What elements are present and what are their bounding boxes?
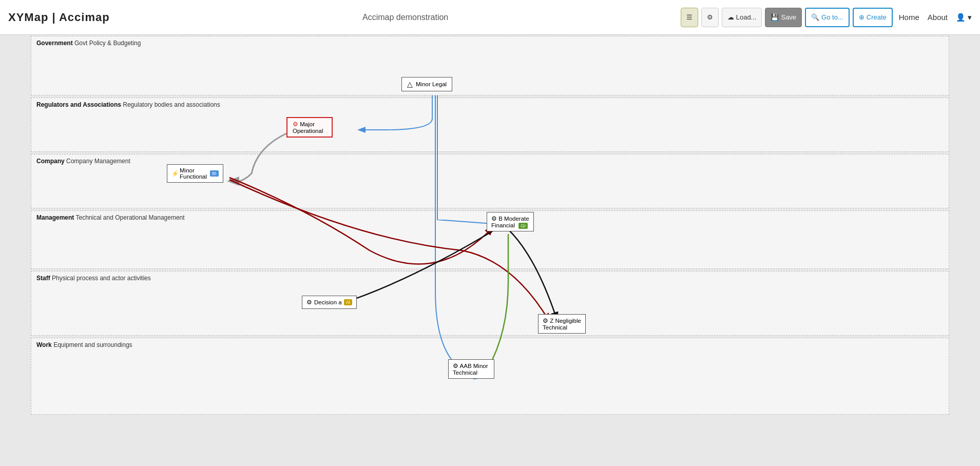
band-work-desc: Equipment and surroundings <box>53 341 132 348</box>
node-decision-a-label: Decision a <box>314 299 342 305</box>
band-staff-desc: Physical process and actor activities <box>52 275 151 282</box>
band-company-label: Company <box>36 158 65 165</box>
chevron-down-icon: ▾ <box>968 13 972 22</box>
node-minor-legal[interactable]: △ Minor Legal <box>401 77 452 91</box>
node-b-moderate-financial[interactable]: ⚙ B ModerateFinancial Gr <box>487 212 534 231</box>
band-management-label: Management <box>36 214 74 221</box>
band-company-desc: Company Management <box>66 158 130 165</box>
node-major-operational[interactable]: ⚙ MajorOperational <box>286 117 333 138</box>
goto-button[interactable]: 🔍 Go to... <box>805 8 850 27</box>
save-button[interactable]: 💾 Save <box>765 8 802 27</box>
gear-icon: ⚙ <box>707 13 713 21</box>
diamond-icon: ⚙ <box>306 299 312 306</box>
triangle-icon: △ <box>407 80 413 88</box>
shield3-icon: ⚙ <box>453 363 458 369</box>
about-link[interactable]: About <box>928 13 948 22</box>
band-government-label: Government <box>36 40 73 47</box>
user-icon: 👤 <box>956 13 966 22</box>
search-icon: 🔍 <box>811 13 819 21</box>
node-minor-functional[interactable]: ⚡ MinorFunctional Bt <box>167 164 223 183</box>
band-work-label: Work <box>36 341 52 348</box>
node-z-negligible-technical[interactable]: ⚙ Z NegligibleTechnical <box>538 314 586 334</box>
list-button[interactable]: ☰ <box>681 8 698 27</box>
toolbar: ☰ ⚙ ☁ Load... 💾 Save 🔍 Go to... ⊕ Create <box>681 8 893 27</box>
settings-button[interactable]: ⚙ <box>701 8 719 27</box>
nav-links: Home About 👤 ▾ <box>899 13 972 22</box>
lightning-icon: ⚡ <box>171 170 179 177</box>
settings-icon: ⚙ <box>293 121 298 127</box>
node-z-negligible-technical-label: Z NegligibleTechnical <box>543 318 581 331</box>
node-decision-a[interactable]: ⚙ Decision a Al <box>302 296 357 309</box>
node-minor-functional-label: MinorFunctional <box>180 167 207 180</box>
band-government: Government Govt Policy & Budgeting <box>31 36 949 95</box>
node-minor-functional-badge: Bt <box>210 170 219 177</box>
band-regulators: Regulators and Associations Regulatory b… <box>31 98 949 152</box>
band-regulators-label: Regulators and Associations <box>36 101 121 108</box>
page-title: Accimap demonstration <box>130 13 681 22</box>
shield-icon: ⚙ <box>491 216 497 222</box>
band-staff-label: Staff <box>36 275 50 282</box>
node-aab-minor-technical[interactable]: ⚙ AAB MinorTechnical <box>448 359 494 379</box>
user-menu[interactable]: 👤 ▾ <box>956 13 972 22</box>
node-aab-minor-technical-label: AAB MinorTechnical <box>453 363 488 376</box>
band-staff: Staff Physical process and actor activit… <box>31 271 949 336</box>
canvas: Government Govt Policy & Budgeting Regul… <box>0 35 980 466</box>
band-government-desc: Govt Policy & Budgeting <box>74 40 141 47</box>
list-icon: ☰ <box>686 13 693 21</box>
plus-icon: ⊕ <box>859 13 864 21</box>
cloud-icon: ☁ <box>727 13 734 21</box>
header: XYMap | Accimap Accimap demonstration ☰ … <box>0 0 980 35</box>
node-b-moderate-financial-badge: Gr <box>518 223 528 229</box>
home-link[interactable]: Home <box>899 13 919 22</box>
load-button[interactable]: ☁ Load... <box>722 8 762 27</box>
create-button[interactable]: ⊕ Create <box>853 8 893 27</box>
shield2-icon: ⚙ <box>543 318 548 324</box>
logo: XYMap | Accimap <box>8 11 110 24</box>
band-regulators-desc: Regulatory bodies and associations <box>123 101 220 108</box>
band-management-desc: Technical and Operational Management <box>75 214 184 221</box>
node-decision-a-badge: Al <box>344 299 352 305</box>
save-icon: 💾 <box>771 13 779 21</box>
node-minor-legal-label: Minor Legal <box>416 81 447 87</box>
